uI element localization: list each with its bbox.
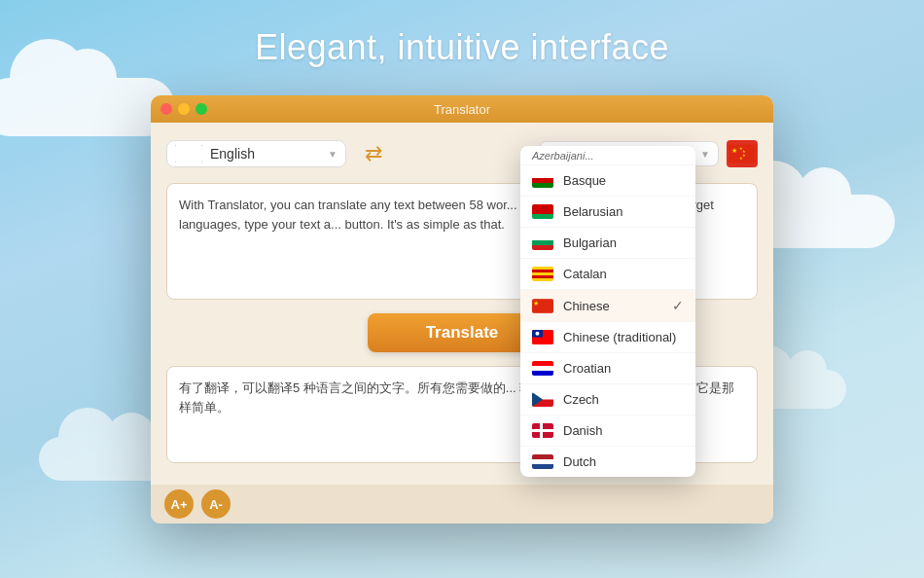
language-dropdown: Azerbaijani... Basque Belarusian Bulgari… (520, 146, 695, 477)
target-flag-button[interactable]: ★ ★ ★ ★ ★ (727, 140, 758, 167)
taiwan-flag-svg (532, 330, 553, 344)
dropdown-scroll-area[interactable]: Basque Belarusian Bulgarian Catalan (520, 165, 695, 477)
dropdown-item-croatian[interactable]: Croatian (520, 353, 695, 384)
close-button[interactable] (160, 103, 172, 115)
window-title: Translator (434, 102, 490, 117)
czech-flag-svg (532, 392, 553, 407)
dropdown-item-danish[interactable]: Danish (520, 415, 695, 447)
dropdown-item-czech[interactable]: Czech (520, 384, 695, 415)
dutch-label: Dutch (563, 454, 596, 469)
selected-checkmark: ✓ (672, 298, 684, 313)
chinese-traditional-label: Chinese (traditional) (563, 330, 676, 344)
window-controls (160, 103, 207, 115)
svg-rect-12 (532, 361, 553, 366)
title-bar: Translator (151, 95, 773, 123)
dropdown-item-chinese[interactable]: ★ Chinese ✓ (520, 290, 695, 322)
taiwan-flag (532, 330, 553, 344)
svg-rect-20 (532, 429, 553, 432)
danish-flag (532, 423, 553, 438)
svg-text:★: ★ (731, 146, 737, 155)
czech-flag (532, 392, 553, 407)
swap-icon: ⇄ (365, 141, 382, 166)
page-title: Elegant, intuitive interface (0, 0, 924, 68)
maximize-button[interactable] (195, 103, 207, 115)
partial-item-text: Azerbaijani... (532, 150, 594, 162)
source-flag-icon (175, 145, 202, 163)
dutch-flag (532, 454, 553, 469)
bottom-toolbar: A+ A- (151, 485, 773, 524)
svg-rect-13 (532, 366, 553, 371)
svg-text:★: ★ (533, 300, 539, 307)
belarusian-flag (532, 204, 553, 219)
source-lang-chevron: ▼ (328, 149, 338, 160)
dropdown-item-dutch[interactable]: Dutch (520, 447, 695, 477)
basque-label: Basque (563, 173, 606, 188)
svg-text:★: ★ (739, 157, 743, 161)
chinese-flag: ★ (532, 299, 553, 313)
source-language-name: English (210, 146, 320, 162)
cloud-decoration-1 (0, 78, 175, 136)
source-language-selector[interactable]: English ▼ (166, 140, 346, 167)
croatia-flag (532, 361, 553, 376)
croatia-flag-svg (532, 361, 553, 376)
catalan-flag (532, 267, 553, 281)
app-window: Translator English ▼ (151, 95, 773, 524)
svg-rect-0 (176, 145, 202, 163)
dropdown-item-belarusian[interactable]: Belarusian (520, 197, 695, 228)
croatian-label: Croatian (563, 361, 611, 376)
chinese-flag-svg: ★ ★ ★ ★ ★ (729, 144, 756, 163)
dropdown-item-bulgarian[interactable]: Bulgarian (520, 228, 695, 259)
font-decrease-button[interactable]: A- (201, 489, 231, 519)
minimize-button[interactable] (178, 103, 190, 115)
svg-rect-14 (532, 371, 553, 376)
bulgarian-label: Bulgarian (563, 235, 617, 250)
chinese-small-flag: ★ (532, 299, 553, 313)
dropdown-item-partial[interactable]: Azerbaijani... (520, 146, 695, 165)
basque-flag (532, 173, 553, 188)
target-lang-chevron: ▼ (700, 149, 710, 160)
dropdown-item-chinese-traditional[interactable]: Chinese (traditional) (520, 322, 695, 353)
belarusian-label: Belarusian (563, 204, 622, 219)
uk-flag-svg (175, 145, 202, 163)
danish-label: Danish (563, 423, 602, 438)
dropdown-item-basque[interactable]: Basque (520, 165, 695, 197)
danish-flag-svg (532, 423, 553, 438)
swap-languages-button[interactable]: ⇄ (356, 136, 391, 171)
chinese-label: Chinese (563, 299, 610, 313)
bulgarian-flag (532, 235, 553, 250)
font-increase-button[interactable]: A+ (164, 489, 194, 519)
catalan-label: Catalan (563, 267, 607, 281)
czech-label: Czech (563, 392, 599, 407)
dropdown-item-catalan[interactable]: Catalan (520, 259, 695, 290)
svg-point-11 (536, 332, 540, 336)
